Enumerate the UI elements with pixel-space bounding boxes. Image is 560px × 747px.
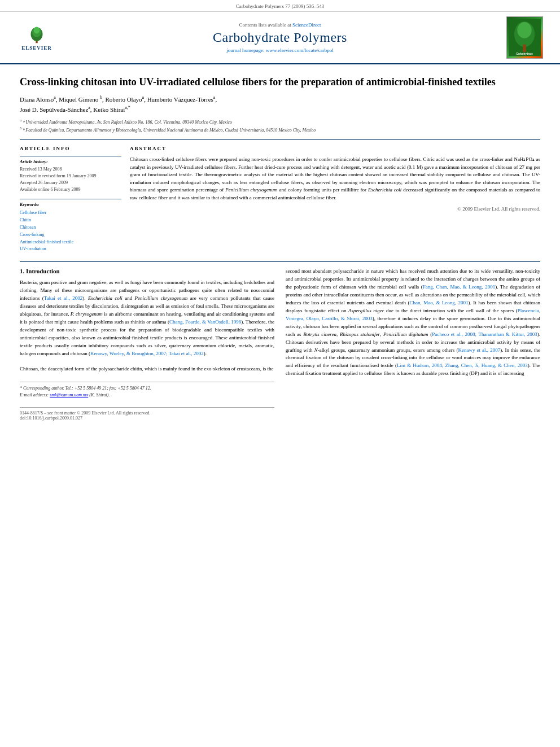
elsevier-logo-area: ELSEVIER [17, 24, 62, 52]
journal-cover-image: Carbohydrate [506, 16, 543, 59]
keyword-chitosan[interactable]: Chitosan [20, 224, 121, 231]
body-right-col: second most abundant polysaccharide in n… [286, 268, 540, 421]
article-history: Article history: Received 13 May 2008 Re… [20, 156, 121, 193]
elsevier-text: ELSEVIER [21, 45, 52, 51]
journal-header-center: Contents lists available at ScienceDirec… [62, 22, 498, 53]
sciencedirect-line: Contents lists available at ScienceDirec… [62, 22, 498, 28]
svg-text:Carbohydrate: Carbohydrate [516, 53, 533, 55]
keywords-section: Keywords: Cellulose fiber Chitin Chitosa… [20, 199, 121, 253]
body-columns: 1. Introduction Bacteria, gram positive … [20, 268, 540, 421]
footnote-corresponding: * Corresponding author. Tel.: +52 5 5804… [20, 385, 274, 392]
history-label: Article history: [20, 159, 121, 164]
affiliation-b: b ᵇ Facultad de Química, Departamento Al… [20, 125, 540, 133]
footnote-email: E-mail address: smk@xanum.uam.mx (K. Shi… [20, 392, 274, 399]
journal-ref: Carbohydrate Polymers 77 (2009) 536–543 [236, 3, 324, 9]
journal-ref-bar: Carbohydrate Polymers 77 (2009) 536–543 [0, 0, 560, 12]
journal-header: ELSEVIER Contents lists available at Sci… [0, 12, 560, 64]
introduction-heading: 1. Introduction [20, 268, 274, 274]
kenawy2-ref[interactable]: Kenawy et al., 2007 [458, 347, 500, 353]
svg-point-6 [517, 22, 531, 38]
issn-line: 0144-8617/$ – see front matter © 2009 El… [20, 410, 151, 416]
abstract-text: Chitosan cross-linked cellulose fibers w… [130, 156, 540, 202]
keyword-crosslinking[interactable]: Cross-linking [20, 231, 121, 239]
page: Carbohydrate Polymers 77 (2009) 536–543 … [0, 0, 560, 747]
main-content: Cross-linking chitosan into UV-irradiate… [0, 64, 560, 429]
bottom-bar: 0144-8617/$ – see front matter © 2009 El… [20, 407, 274, 416]
authors-line: Diana Alonsoa, Miquel Gimeno b, Roberto … [20, 94, 540, 113]
abstract-col: ABSTRACT Chitosan cross-linked cellulose… [130, 146, 540, 253]
plascencia-ref[interactable]: Plascencia, Viniegra, Olayo, Castillo, &… [286, 308, 540, 321]
lim-ref[interactable]: Lim & Hudson, 2004; Zhang, Chen, Ji, Hua… [397, 362, 528, 368]
journal-title: Carbohydrate Polymers [62, 30, 498, 45]
keyword-antimicrobial[interactable]: Antimicrobial-finished textile [20, 239, 121, 246]
pacheco-ref[interactable]: Pacheco et al., 2008; Thanarathan & Kitt… [432, 331, 537, 337]
homepage-link[interactable]: journal homepage: www.elsevier.com/locat… [226, 47, 333, 53]
intro-left-text: Bacteria, gram positive and gram negativ… [20, 279, 274, 373]
available-online-date: Available online 6 February 2009 [20, 186, 121, 193]
journal-homepage: journal homepage: www.elsevier.com/locat… [62, 47, 498, 53]
elsevier-logo: ELSEVIER [17, 24, 56, 52]
affiliations: a ᵃ Universidad Autónoma Metropolitana, … [20, 117, 540, 133]
keyword-uv[interactable]: UV-irradiation [20, 246, 121, 253]
takai-ref[interactable]: Takai et al., 2002 [44, 295, 82, 301]
footnote-area: * Corresponding author. Tel.: +52 5 5804… [20, 382, 274, 399]
revised-date: Received in revised form 19 January 2009 [20, 173, 121, 180]
affiliation-a: a ᵃ Universidad Autónoma Metropolitana, … [20, 117, 540, 125]
abstract-label: ABSTRACT [130, 146, 540, 151]
article-title: Cross-linking chitosan into UV-irradiate… [20, 76, 540, 89]
chang-ref[interactable]: Chang, Foarde, & VanOsdell, 1996 [169, 319, 241, 325]
copyright: © 2009 Elsevier Ltd. All rights reserved… [130, 206, 540, 212]
intro-right-text: second most abundant polysaccharide in n… [286, 268, 540, 378]
keyword-chitin[interactable]: Chitin [20, 217, 121, 224]
keywords-label: Keywords: [20, 202, 121, 207]
svg-rect-7 [523, 45, 526, 53]
journal-cover-area: Carbohydrate [498, 16, 543, 59]
section-divider [20, 261, 540, 262]
elsevier-tree-icon [25, 24, 48, 44]
sciencedirect-link[interactable]: ScienceDirect [292, 22, 321, 28]
doi-line: doi:10.1016/j.carbpol.2009.01.027 [20, 416, 274, 421]
svg-point-3 [34, 27, 40, 33]
cover-art: Carbohydrate [509, 17, 541, 58]
email-link[interactable]: smk@xanum.uam.mx [50, 392, 88, 397]
kenawy-ref[interactable]: Kenawy, Worley, & Broughton, 2007; Takai… [90, 351, 204, 356]
received-date: Received 13 May 2008 [20, 166, 121, 173]
article-info-col: ARTICLE INFO Article history: Received 1… [20, 146, 121, 253]
keyword-cellulose[interactable]: Cellulose fiber [20, 209, 121, 217]
info-abstract-section: ARTICLE INFO Article history: Received 1… [20, 139, 540, 253]
fang-ref[interactable]: Fang, Chan, Mao, & Leong, 2001 [423, 284, 495, 290]
article-info-label: ARTICLE INFO [20, 146, 121, 151]
chan-ref[interactable]: Chan, Mao, & Leong, 2001 [410, 300, 469, 305]
body-left-col: 1. Introduction Bacteria, gram positive … [20, 268, 274, 421]
accepted-date: Accepted 26 January 2009 [20, 180, 121, 186]
